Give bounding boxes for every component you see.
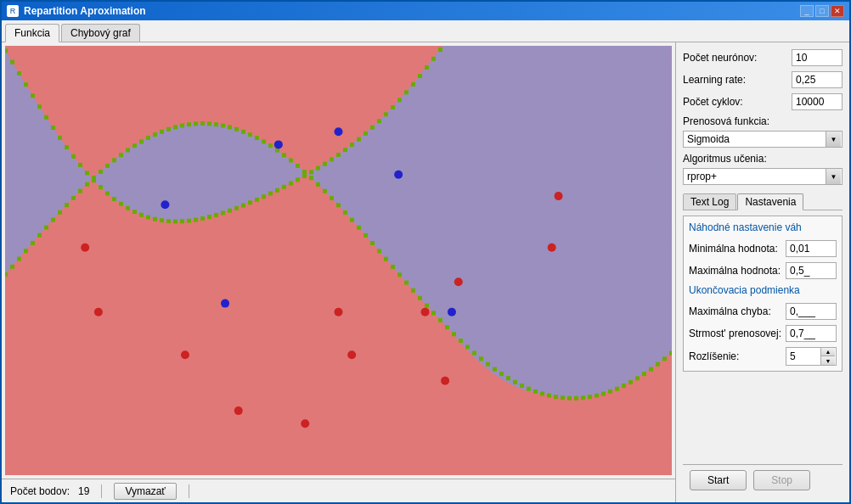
- minimize-button[interactable]: _: [800, 5, 814, 17]
- nahodne-section-title: Náhodné nastavenie váh: [689, 221, 837, 233]
- rozlisenie-row: Rozlíšenie: ▲ ▼: [689, 347, 837, 366]
- pocet-cyklov-input[interactable]: [792, 93, 843, 110]
- spinner-down-button[interactable]: ▼: [821, 356, 835, 365]
- main-content: Počet bodov: 19 Vymazať Počet neurónov: …: [2, 42, 849, 502]
- main-window: R Repartition Aproximation _ □ ✕ Funkcia…: [0, 0, 851, 504]
- status-divider-2: [189, 484, 189, 498]
- status-divider: [101, 484, 102, 498]
- maximalna-input[interactable]: [786, 262, 837, 279]
- minimalna-label: Minimálna hodnota:: [689, 243, 778, 255]
- prenosova-funkcia-select[interactable]: Sigmoida Tanh ReLU: [683, 131, 843, 148]
- close-button[interactable]: ✕: [831, 5, 844, 17]
- tabs-bar: Funkcia Chybový graf: [2, 20, 849, 42]
- canvas-area: Počet bodov: 19 Vymazať: [2, 42, 675, 502]
- rozlisenie-spinner: ▲ ▼: [786, 347, 837, 366]
- strmost-row: Strmost' prenosovej:: [689, 325, 837, 342]
- pocet-neuronov-label: Počet neurónov:: [683, 52, 757, 64]
- algoritmus-ucenia-block: Algoritmus učenia: rprop+ rprop- backpro…: [683, 153, 843, 185]
- minimalna-row: Minimálna hodnota:: [689, 240, 837, 257]
- minimalna-input[interactable]: [786, 240, 837, 257]
- title-bar-left: R Repartition Aproximation: [7, 5, 146, 17]
- pocet-neuronov-row: Počet neurónov:: [683, 49, 843, 66]
- strmost-input[interactable]: [786, 325, 837, 342]
- rozlisenie-input[interactable]: [786, 349, 820, 364]
- right-panel: Počet neurónov: Learning rate: Počet cyk…: [675, 42, 849, 502]
- inner-tab-text-log[interactable]: Text Log: [683, 193, 736, 210]
- tab-funkcia[interactable]: Funkcia: [5, 24, 59, 42]
- inner-tab-nastavenia[interactable]: Nastavenia: [737, 193, 803, 210]
- settings-panel: Náhodné nastavenie váh Minimálna hodnota…: [683, 216, 843, 372]
- stop-button[interactable]: Stop: [753, 470, 810, 490]
- max-chyba-input[interactable]: [786, 303, 837, 320]
- max-chyba-label: Maximálna chyba:: [689, 305, 771, 317]
- canvas-container[interactable]: [5, 46, 672, 475]
- maximalna-label: Maximálna hodnota:: [689, 265, 781, 277]
- spinner-up-button[interactable]: ▲: [821, 348, 835, 356]
- start-button[interactable]: Start: [690, 470, 747, 490]
- maximalna-row: Maximálna hodnota:: [689, 262, 837, 279]
- learning-rate-label: Learning rate:: [683, 74, 746, 86]
- rozlisenie-label: Rozlíšenie:: [689, 350, 739, 362]
- algoritmus-ucenia-select[interactable]: rprop+ rprop- backprop: [683, 168, 843, 185]
- maximize-button[interactable]: □: [815, 5, 829, 17]
- pocet-cyklov-label: Počet cyklov:: [683, 96, 743, 108]
- algoritmus-ucenia-label: Algoritmus učenia:: [683, 153, 843, 165]
- max-chyba-row: Maximálna chyba:: [689, 303, 837, 320]
- visualization-canvas[interactable]: [5, 46, 672, 475]
- window-body: Funkcia Chybový graf Počet bodov: 19 Vym…: [2, 20, 849, 502]
- spinner-buttons: ▲ ▼: [820, 348, 835, 365]
- window-title: Repartition Aproximation: [24, 5, 146, 17]
- learning-rate-input[interactable]: [792, 71, 843, 88]
- prenosova-funkcia-label: Prenosová funkcia:: [683, 115, 843, 127]
- pocet-neuronov-input[interactable]: [792, 49, 843, 66]
- pocet-cyklov-row: Počet cyklov:: [683, 93, 843, 110]
- vymazat-button[interactable]: Vymazať: [114, 483, 176, 500]
- pocet-bodov-value: 19: [78, 485, 89, 497]
- learning-rate-row: Learning rate:: [683, 71, 843, 88]
- prenosova-funkcia-block: Prenosová funkcia: Sigmoida Tanh ReLU ▼: [683, 115, 843, 148]
- pocet-bodov-label: Počet bodov:: [10, 485, 70, 497]
- title-bar-buttons: _ □ ✕: [800, 5, 844, 17]
- strmost-label: Strmost' prenosovej:: [689, 328, 781, 339]
- algoritmus-ucenia-wrapper: rprop+ rprop- backprop ▼: [683, 168, 843, 185]
- tab-chybovy-graf[interactable]: Chybový graf: [61, 24, 140, 42]
- ukoncovacia-section-title: Ukončovacia podmienka: [689, 284, 837, 296]
- inner-tabs: Text Log Nastavenia: [683, 193, 843, 210]
- app-icon: R: [7, 5, 19, 17]
- prenosova-funkcia-wrapper: Sigmoida Tanh ReLU ▼: [683, 131, 843, 148]
- title-bar: R Repartition Aproximation _ □ ✕: [2, 2, 849, 20]
- bottom-buttons: Start Stop: [683, 464, 843, 496]
- status-bar: Počet bodov: 19 Vymazať: [2, 479, 675, 502]
